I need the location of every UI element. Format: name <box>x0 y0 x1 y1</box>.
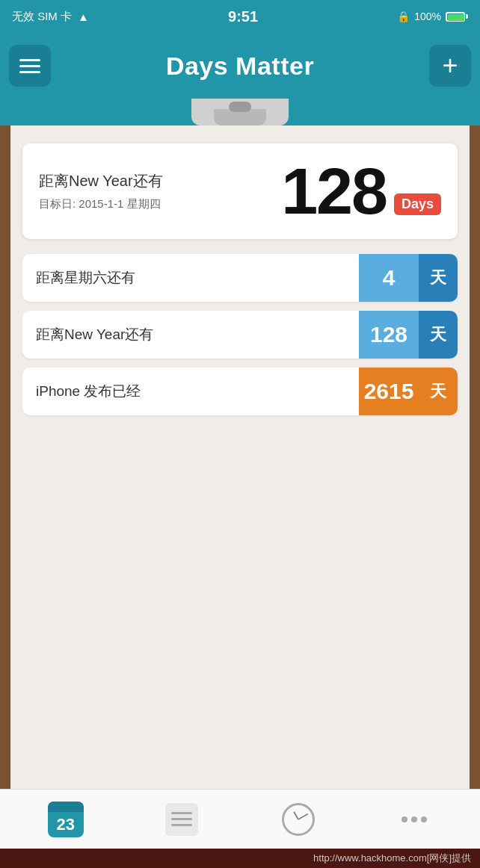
event-row-count: 4 <box>359 254 419 302</box>
cal-top <box>48 802 84 812</box>
featured-card[interactable]: 距离New Year还有 目标日: 2015-1-1 星期四 128 Days <box>22 143 458 239</box>
tab-clock[interactable] <box>240 803 357 836</box>
event-row-count: 128 <box>359 311 419 359</box>
tab-bar: 23 <box>0 789 480 849</box>
event-row-count: 2615 <box>359 368 419 415</box>
featured-title: 距离New Year还有 <box>39 171 281 191</box>
cal-num: 23 <box>48 812 84 837</box>
event-row[interactable]: 距离星期六还有 4 天 <box>22 254 458 302</box>
clock-icon <box>282 803 315 836</box>
battery-pct: 100% <box>414 10 441 22</box>
hamburger-icon <box>19 59 40 73</box>
status-bar: 无效 SIM 卡 ▲ 9:51 🔒 100% <box>0 0 480 33</box>
featured-days-number: 128 <box>281 158 387 224</box>
status-time: 9:51 <box>228 8 258 25</box>
nav-bar: Days Matter + <box>0 33 480 99</box>
featured-info: 距离New Year还有 目标日: 2015-1-1 星期四 <box>39 171 281 211</box>
status-left: 无效 SIM 卡 ▲ <box>12 10 89 24</box>
more-dot <box>401 816 407 822</box>
list-icon-box <box>162 803 201 836</box>
paper-content: 距离New Year还有 目标日: 2015-1-1 星期四 128 Days … <box>10 125 470 789</box>
menu-button[interactable] <box>9 45 51 87</box>
calendar-icon: 23 <box>48 802 84 837</box>
list-line <box>171 824 192 826</box>
wood-frame: 距离New Year还有 目标日: 2015-1-1 星期四 128 Days … <box>0 125 480 789</box>
lock-icon: 🔒 <box>397 10 410 22</box>
carrier-label: 无效 SIM 卡 <box>12 10 72 24</box>
more-dot <box>421 816 427 822</box>
clock-icon-box <box>279 803 318 836</box>
app-title: Days Matter <box>166 52 314 81</box>
tab-more[interactable] <box>357 803 473 836</box>
tab-list[interactable] <box>124 803 241 836</box>
event-row-label: 距离星期六还有 <box>22 268 359 288</box>
featured-days-container: 128 Days <box>281 158 441 224</box>
event-row-unit: 天 <box>419 254 458 302</box>
more-icon-box <box>395 803 434 836</box>
add-button[interactable]: + <box>429 45 471 87</box>
list-line <box>171 818 192 820</box>
event-row-unit: 天 <box>419 368 458 415</box>
clip-container <box>0 99 480 125</box>
plus-icon: + <box>442 50 458 81</box>
tab-calendar[interactable]: 23 <box>7 803 124 836</box>
credit-text: http://www.hackhome.com[网侠]提供 <box>313 852 471 865</box>
days-badge: Days <box>394 193 441 215</box>
list-icon <box>165 803 198 836</box>
status-right: 🔒 100% <box>397 10 468 22</box>
featured-date: 目标日: 2015-1-1 星期四 <box>39 197 281 211</box>
more-dot <box>411 816 417 822</box>
calendar-icon-box: 23 <box>46 803 85 836</box>
event-row[interactable]: 距离New Year还有 128 天 <box>22 311 458 359</box>
event-row-label: iPhone 发布已经 <box>22 382 359 401</box>
battery-icon <box>446 12 468 22</box>
footer-credit: http://www.hackhome.com[网侠]提供 <box>0 849 480 868</box>
app-wrapper: 无效 SIM 卡 ▲ 9:51 🔒 100% Days Matter + <box>0 0 480 868</box>
wifi-icon: ▲ <box>78 10 89 23</box>
clock-hand-minute <box>298 813 308 819</box>
event-row-unit: 天 <box>419 311 458 359</box>
clip-hole <box>229 102 251 112</box>
event-row[interactable]: iPhone 发布已经 2615 天 <box>22 368 458 415</box>
list-line <box>171 812 192 814</box>
event-row-label: 距离New Year还有 <box>22 325 359 344</box>
more-icon <box>401 816 427 822</box>
event-list: 距离星期六还有 4 天 距离New Year还有 128 天 iPhone 发布… <box>22 254 458 415</box>
clipboard-clip <box>191 99 289 125</box>
